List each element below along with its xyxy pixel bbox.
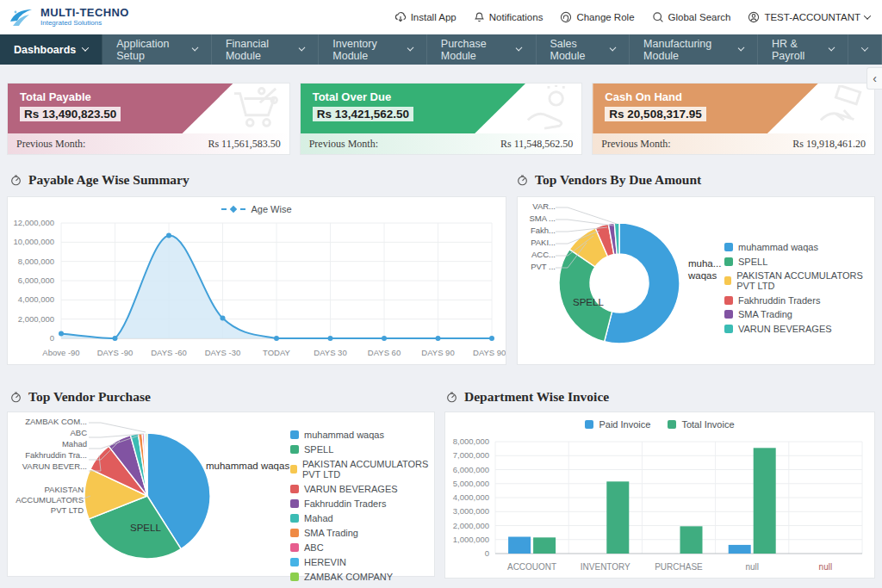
legend-swatch (724, 243, 733, 251)
nav-item-inventory-module[interactable]: Inventory Module (319, 34, 427, 65)
global-search-icon (652, 11, 664, 23)
brand-name: MULTI-TECHNO (40, 7, 129, 19)
legend-swatch (290, 514, 299, 523)
top-vendors-due-panel: VAR...SMA ...Fakh...PAKI...ACC...PVT ...… (517, 196, 875, 365)
legend-item-sma-trading[interactable]: SMA Trading (724, 309, 874, 319)
top-vendor-purchase-legend: muhammad waqasSPELLPAKISTAN ACCUMULATORS… (290, 430, 434, 582)
legend-item-varun-beverages[interactable]: VARUN BEVERAGES (724, 324, 874, 334)
department-wise-invoice-bar-chart[interactable]: 01,000,0002,000,0003,000,0004,000,0005,0… (445, 412, 874, 578)
legend-item-spell[interactable]: SPELL (724, 257, 874, 267)
header-link-global-search[interactable]: Global Search (652, 11, 731, 23)
legend-item-spell[interactable]: SPELL (290, 444, 434, 455)
legend-item-fakhruddin-traders[interactable]: Fakhruddin Traders (290, 498, 434, 509)
svg-text:8,000,000: 8,000,000 (453, 436, 489, 446)
legend-item-zambak-company[interactable]: ZAMBAK COMPANY (290, 572, 434, 582)
chevron-down-icon (407, 44, 413, 51)
chevron-down-icon (610, 44, 617, 51)
section-title-top-vendors-due: Top Vendors By Due Amount (517, 172, 701, 188)
nav-item-dashboards[interactable]: Dashboards (0, 34, 102, 65)
nav-item-purchase-module[interactable]: Purchase Module (427, 34, 537, 65)
section-title-department-wise-invoice: Department Wise Invoice (446, 389, 609, 405)
legend-item-pakistan-accumulators-pvt-ltd[interactable]: PAKISTAN ACCUMULATORS PVT LTD (290, 459, 434, 480)
legend-swatch (290, 485, 299, 493)
chevron-down-icon (299, 44, 306, 51)
legend-item-sma-trading[interactable]: SMA Trading (290, 528, 434, 538)
nav-item-financial-module[interactable]: Financial Module (212, 34, 319, 65)
change-role-icon (560, 11, 572, 23)
legend-item-muhammad-waqas[interactable]: muhammad waqas (290, 430, 434, 440)
header-links: Install AppNotificationsChange RoleGloba… (394, 11, 870, 23)
nav-item-manufacturing-module[interactable]: Manufacturing Module (630, 34, 758, 65)
svg-text:DAYS -30: DAYS -30 (205, 348, 241, 357)
header-link-change-role[interactable]: Change Role (560, 11, 634, 23)
pie-callout-abc: ABC (13, 429, 87, 437)
kpi-value: Rs 20,508,317.95 (605, 107, 705, 121)
svg-text:0: 0 (50, 333, 54, 343)
stopwatch-icon (517, 175, 528, 186)
legend-item-muhammad-waqas[interactable]: muhammad waqas (724, 242, 874, 252)
header-link-notifications[interactable]: Notifications (474, 11, 543, 23)
kpi-title: Total Payable (20, 90, 91, 103)
kpi-value: Rs 13,421,562.50 (313, 107, 413, 121)
legend-item-herevin[interactable]: HEREVIN (290, 557, 434, 567)
section-title-payable-age-wise: Payable Age Wise Summary (10, 172, 189, 188)
nav-overflow-menu[interactable] (848, 34, 882, 65)
hand-coin-icon (521, 85, 575, 133)
user-icon (748, 11, 760, 23)
svg-text:null: null (819, 562, 833, 572)
legend-swatch (290, 573, 299, 581)
collapse-panel-button[interactable]: ‹ (866, 67, 882, 90)
svg-text:DAYS 60: DAYS 60 (368, 348, 401, 357)
kpi-title: Total Over Due (313, 90, 392, 103)
legend-item-varun-beverages[interactable]: VARUN BEVERAGES (290, 484, 434, 494)
svg-text:DAYS 30: DAYS 30 (314, 348, 346, 357)
svg-text:PURCHASE: PURCHASE (655, 562, 703, 572)
payable-age-wise-chart[interactable]: 02,000,0004,000,0006,000,0008,000,00010,… (8, 197, 506, 364)
pie-callout-sma: SMA ... (523, 214, 556, 223)
svg-text:6,000,000: 6,000,000 (453, 465, 489, 474)
svg-text:8,000,000: 8,000,000 (18, 257, 54, 266)
legend-swatch (290, 430, 299, 439)
svg-text:1,000,000: 1,000,000 (453, 535, 489, 544)
svg-text:Above -90: Above -90 (42, 348, 79, 357)
legend-item-abc[interactable]: ABC (290, 542, 434, 553)
hand-cash-icon (814, 85, 867, 133)
legend-item-mahad[interactable]: Mahad (290, 513, 434, 523)
legend-swatch (724, 276, 731, 285)
kpi-prev-value: Rs 11,561,583.50 (208, 138, 280, 151)
legend-item-fakhruddin-traders[interactable]: Fakhruddin Traders (724, 295, 874, 306)
nav-item-application-setup[interactable]: Application Setup (102, 34, 212, 65)
kpi-prev-value: Rs 11,548,562.50 (500, 138, 573, 151)
svg-text:12,000,000: 12,000,000 (13, 218, 54, 227)
department-wise-invoice-panel: Paid InvoiceTotal Invoice 01,000,0002,00… (444, 412, 875, 579)
kpi-card-total-over-due: Total Over Due Rs 13,421,562.50 Previous… (300, 83, 583, 155)
nav-item-sales-module[interactable]: Sales Module (537, 34, 630, 65)
legend-swatch (724, 310, 733, 319)
chevron-down-icon (516, 44, 523, 51)
nav-item-hr-payroll[interactable]: HR & Payroll (758, 34, 848, 65)
pie-callout-varun-bever: VARUN BEVER... (13, 462, 87, 471)
install-app-icon (394, 11, 407, 23)
legend-swatch (724, 296, 733, 305)
svg-text:DAYS -60: DAYS -60 (151, 348, 187, 357)
svg-text:7,000,000: 7,000,000 (453, 450, 489, 460)
notifications-icon (474, 11, 485, 23)
kpi-card-cash-on-hand: Cash On Hand Rs 20,508,317.95 Previous M… (592, 83, 875, 155)
legend-swatch (290, 529, 299, 537)
top-vendor-purchase-panel: ZAMBAK COM...ABCMahadFakhruddin Tra...VA… (7, 412, 435, 577)
brand-tagline: Integrated Solutions (40, 20, 129, 28)
legend-item-pakistan-accumulators-pvt-ltd[interactable]: PAKISTAN ACCUMULATORS PVT LTD (724, 270, 874, 291)
user-menu[interactable]: TEST-ACCOUNTANT (748, 11, 870, 23)
svg-text:4,000,000: 4,000,000 (18, 294, 54, 304)
kpi-prev-label: Previous Month: (16, 138, 85, 151)
pie-callout-acc: ACC... (523, 251, 556, 259)
svg-text:INVENTORY: INVENTORY (581, 562, 630, 572)
donut-label-spell: SPELL (573, 297, 604, 307)
header-link-install-app[interactable]: Install App (394, 11, 457, 23)
brand-logo[interactable]: MULTI-TECHNO Integrated Solutions (9, 6, 129, 28)
kpi-prev-value: Rs 19,918,461.20 (792, 138, 866, 151)
legend-swatch (290, 445, 299, 454)
chevron-down-icon (191, 44, 198, 51)
pie-label-pakistan-accumulators: PAKISTANACCUMULATORSPVT LTD (11, 485, 84, 516)
brand-swoosh-icon (9, 6, 34, 28)
